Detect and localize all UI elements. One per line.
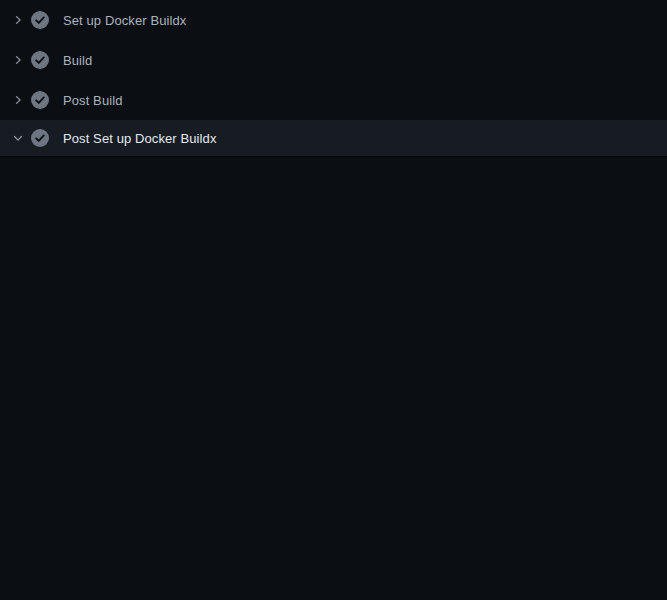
log-line: 17time="2021-04-23T18:02:38Z" level=debu…: [0, 508, 667, 528]
log-line: 14time="2021-04-23T18:02:38Z" level=debu…: [0, 448, 667, 468]
log-line: 6time="2021-04-23T18:02:37Z" level=info …: [0, 268, 667, 288]
check-circle-icon: [31, 91, 49, 109]
log-line: 16time="2021-04-23T18:02:38Z" level=debu…: [0, 488, 667, 508]
actions-log-panel: Set up Docker Buildx Build Post Buil: [0, 0, 667, 600]
check-circle-icon: [31, 11, 49, 29]
step-header-set-up-docker-buildx[interactable]: Set up Docker Buildx: [0, 0, 667, 40]
log-line: 8time="2021-04-23T18:02:37Z" level=info …: [0, 328, 667, 348]
log-line-command: 3/usr/bin/docker logs buildx_buildkit_bu…: [0, 208, 667, 228]
log-line: 19time="2021-04-23T18:02:38Z" level=debu…: [0, 548, 667, 568]
chevron-right-icon[interactable]: [11, 13, 25, 27]
chevron-right-icon[interactable]: [11, 53, 25, 67]
log-line: 15time="2021-04-23T18:02:38Z" level=debu…: [0, 468, 667, 488]
step-header-post-build[interactable]: Post Build: [0, 80, 667, 120]
step-label: Build: [63, 53, 92, 68]
log-line: 4time="2021-04-23T18:02:37Z" level=info …: [0, 228, 667, 248]
step-header-post-set-up-docker-buildx[interactable]: Post Set up Docker Buildx: [0, 120, 667, 158]
check-circle-icon: [31, 51, 49, 69]
step-header-build[interactable]: Build: [0, 40, 667, 80]
step-label: Post Build: [63, 93, 123, 108]
steps-list: Set up Docker Buildx Build Post Buil: [0, 0, 667, 158]
log-line: 5time="2021-04-23T18:02:37Z" level=warni…: [0, 248, 667, 268]
log-line: 20time="2021-04-23T18:02:38Z" level=debu…: [0, 588, 667, 600]
check-circle-icon: [31, 129, 49, 147]
log-line: 13time="2021-04-23T18:02:38Z" level=debu…: [0, 428, 667, 448]
log-line: 9time="2021-04-23T18:02:37Z" level=warni…: [0, 348, 667, 368]
step-label: Set up Docker Buildx: [63, 13, 186, 28]
chevron-right-icon[interactable]: [11, 93, 25, 107]
log-line: 1Post job cleanup.: [0, 168, 667, 188]
log-line-group: 2▼BuildKit container logs: [0, 188, 667, 208]
log-line-wrap: linux/riscv64 linux/ppc64le linux/s390x …: [0, 288, 667, 308]
log-line: 12time="2021-04-23T18:02:38Z" level=debu…: [0, 408, 667, 428]
log-line: 10time="2021-04-23T18:02:37Z" level=info…: [0, 368, 667, 388]
log-line: 7time="2021-04-23T18:02:37Z" level=warni…: [0, 308, 667, 328]
log-view: 1Post job cleanup. 2▼BuildKit container …: [0, 158, 667, 600]
step-label: Post Set up Docker Buildx: [63, 131, 217, 146]
log-line: 11time="2021-04-23T18:02:38Z" level=debu…: [0, 388, 667, 408]
log-line-wrap: application/vnd.oci.image.index.v1+json,…: [0, 568, 667, 588]
log-line: 18time="2021-04-23T18:02:38Z" level=debu…: [0, 528, 667, 548]
chevron-down-icon[interactable]: [11, 131, 25, 145]
